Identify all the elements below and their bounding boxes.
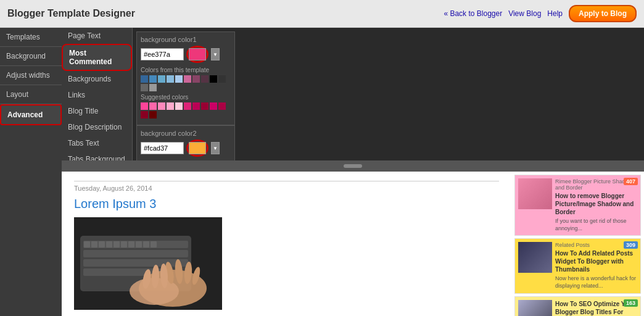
blog-preview: Tuesday, August 26, 2014 Lorem Ipsum 3 <box>62 172 511 316</box>
blog-card-thumb <box>518 178 552 209</box>
template-color-dot[interactable] <box>192 75 200 83</box>
template-color-dot[interactable] <box>158 75 165 83</box>
svg-rect-8 <box>99 241 105 247</box>
template-color-dot[interactable] <box>175 75 183 83</box>
header-links: « Back to Blogger View Blog Help Apply t… <box>444 5 637 22</box>
svg-rect-9 <box>106 241 112 247</box>
color-swatch-btn-1[interactable] <box>189 48 206 60</box>
blog-card-desc: If you want to get rid of those annoying… <box>555 218 637 232</box>
back-to-blogger-link[interactable]: « Back to Blogger <box>444 9 502 18</box>
blog-card-title: How to remove Blogger Picture/Image Shad… <box>555 192 637 216</box>
sub-nav-backgrounds[interactable]: Backgrounds <box>62 71 132 87</box>
template-color-dot[interactable] <box>184 75 191 83</box>
template-color-dot[interactable] <box>149 84 157 91</box>
content-area: Page Text Most Commented Backgrounds Lin… <box>62 28 644 316</box>
suggested-color-dot[interactable] <box>149 102 157 110</box>
color-swatch-circle-1 <box>186 46 208 63</box>
blog-card-desc: Now here is a wonderful hack for display… <box>555 275 637 289</box>
color-input-row-2: ▼ <box>141 139 231 157</box>
main-container: Templates Background Adjust widths Layou… <box>0 28 644 316</box>
help-link[interactable]: Help <box>547 9 563 18</box>
blog-card[interactable]: Rimee Blogger Picture Shadows and Border… <box>514 175 641 236</box>
view-blog-link[interactable]: View Blog <box>508 9 541 18</box>
sub-nav-tabs-background[interactable]: Tabs Background <box>62 151 132 160</box>
blog-card[interactable]: Related Posts How To Add Related Posts W… <box>514 238 641 293</box>
svg-rect-12 <box>128 241 134 247</box>
svg-rect-4 <box>83 259 188 267</box>
sidebar-item-templates[interactable]: Templates <box>0 28 62 47</box>
color-swatch-btn-2[interactable] <box>189 142 206 154</box>
color-input-row-1: ▼ <box>141 46 231 63</box>
suggested-color-dot[interactable] <box>158 102 165 110</box>
panel-divider <box>62 160 644 172</box>
header: Blogger Template Designer « Back to Blog… <box>0 0 644 28</box>
suggested-label-1: Suggested colors <box>141 94 231 101</box>
suggested-color-dot[interactable] <box>210 102 217 110</box>
color-panel-title-1: background color1 <box>141 36 231 43</box>
blog-card-count: 163 <box>624 299 638 307</box>
svg-rect-7 <box>91 241 97 247</box>
keyboard-image <box>74 217 222 310</box>
blog-card-content: Rimee Blogger Picture Shadows and Border… <box>555 178 637 232</box>
sub-nav-blog-description[interactable]: Blog Description <box>62 119 132 135</box>
color-hex-input-1[interactable] <box>141 48 184 60</box>
divider-handle <box>344 164 362 168</box>
color-panel-title-2: background color2 <box>141 130 231 137</box>
top-panel: Page Text Most Commented Backgrounds Lin… <box>62 28 644 160</box>
sub-nav-tabs-text[interactable]: Tabs Text <box>62 135 132 151</box>
suggested-color-dot[interactable] <box>175 102 183 110</box>
color-panel-1: background color1 ▼ Colors from this tem… <box>136 31 235 125</box>
sub-nav-most-commented[interactable]: Most Commented <box>62 44 132 71</box>
blog-card-thumb <box>518 300 552 316</box>
color-panel-2: background color2 ▼ Colors from this tem… <box>136 125 235 160</box>
suggested-color-dot[interactable] <box>141 102 148 110</box>
suggested-color-dot[interactable] <box>218 102 226 110</box>
sub-nav-page-text[interactable]: Page Text <box>62 28 132 44</box>
svg-rect-13 <box>136 241 142 247</box>
preview-area: Tuesday, August 26, 2014 Lorem Ipsum 3 <box>62 172 644 316</box>
sidebar: Templates Background Adjust widths Layou… <box>0 28 62 316</box>
suggested-color-grid-1 <box>141 102 231 118</box>
suggested-color-dot[interactable] <box>149 111 157 118</box>
template-color-dot[interactable] <box>167 75 174 83</box>
template-color-dot[interactable] <box>218 75 226 83</box>
color-hex-input-2[interactable] <box>141 142 184 154</box>
suggested-color-dot[interactable] <box>141 111 148 118</box>
blog-card-content: Related Posts How To Add Related Posts W… <box>555 242 637 289</box>
template-color-dot[interactable] <box>141 84 148 91</box>
sub-nav-links[interactable]: Links <box>62 87 132 103</box>
color-swatch-arrow-1[interactable]: ▼ <box>211 48 220 60</box>
color-swatch-arrow-2[interactable]: ▼ <box>211 142 220 154</box>
svg-rect-15 <box>151 241 157 247</box>
suggested-color-dot[interactable] <box>167 102 174 110</box>
blog-card-count: 309 <box>624 241 638 249</box>
sub-nav: Page Text Most Commented Backgrounds Lin… <box>62 28 133 160</box>
color-swatch-circle-2 <box>186 139 208 157</box>
blog-card-thumb <box>518 242 552 273</box>
blog-sidebar: Rimee Blogger Picture Shadows and Border… <box>511 172 644 316</box>
svg-rect-6 <box>84 241 90 247</box>
sidebar-item-background[interactable]: Background <box>0 47 62 66</box>
blog-date: Tuesday, August 26, 2014 <box>74 181 499 192</box>
blog-card-title: How To Add Related Posts Widget To Blogg… <box>555 249 637 273</box>
apply-to-blog-button[interactable]: Apply to Blog <box>569 5 637 22</box>
template-color-grid-1 <box>141 75 231 91</box>
template-colors-label-1: Colors from this template <box>141 67 231 73</box>
svg-rect-11 <box>121 241 127 247</box>
template-color-dot[interactable] <box>149 75 157 83</box>
blog-image <box>74 217 222 310</box>
sidebar-item-adjust-widths[interactable]: Adjust widths <box>0 66 62 85</box>
sidebar-item-layout[interactable]: Layout <box>0 85 62 104</box>
blog-card[interactable]: How To SEO Optimize Your Blogger Blog Ti… <box>514 296 641 316</box>
sub-nav-blog-title[interactable]: Blog Title <box>62 103 132 119</box>
template-color-dot[interactable] <box>210 75 217 83</box>
template-color-dot[interactable] <box>141 75 148 83</box>
suggested-color-dot[interactable] <box>184 102 191 110</box>
suggested-color-dot[interactable] <box>192 102 200 110</box>
blog-title: Lorem Ipsum 3 <box>74 197 499 211</box>
sidebar-item-advanced[interactable]: Advanced <box>0 104 62 125</box>
template-color-dot[interactable] <box>201 75 208 83</box>
app-title: Blogger Template Designer <box>7 8 135 19</box>
svg-rect-10 <box>114 241 120 247</box>
suggested-color-dot[interactable] <box>201 102 208 110</box>
